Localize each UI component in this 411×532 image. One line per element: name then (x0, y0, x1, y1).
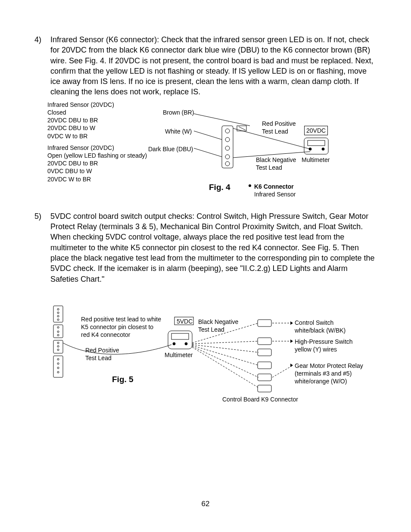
fig4-sensor-open-block: Infrared Sensor (20VDC) Open (yellow LED… (47, 144, 147, 183)
svg-line-7 (194, 131, 222, 140)
svg-point-25 (57, 319, 59, 320)
fig4-voltage-readout: 20VDC (304, 126, 328, 135)
svg-point-4 (225, 155, 230, 159)
svg-point-38 (185, 342, 187, 345)
figure-4: Infrared Sensor (20VDC) Closed 20VDC DBU… (34, 101, 377, 200)
svg-line-16 (239, 127, 246, 130)
fig4-red-lead: Red Positive Test Lead (262, 120, 296, 135)
svg-rect-52 (258, 385, 271, 392)
fig4-sensor-closed-block: Infrared Sensor (20VDC) Closed 20VDC DBU… (47, 101, 114, 140)
svg-rect-47 (258, 320, 271, 327)
svg-rect-21 (53, 356, 63, 377)
step-5-number: 5) (34, 211, 48, 221)
svg-point-17 (249, 184, 251, 187)
svg-marker-58 (290, 364, 293, 367)
fig4-wire-white: White (W) (165, 128, 192, 135)
svg-point-12 (309, 148, 311, 150)
svg-point-26 (57, 327, 59, 328)
svg-line-8 (194, 148, 222, 157)
svg-point-1 (225, 129, 230, 133)
fig4-label: Fig. 4 (209, 183, 230, 192)
svg-line-42 (192, 341, 258, 344)
svg-point-13 (322, 148, 324, 150)
step-5: 5) 5VDC control board switch output chec… (34, 211, 377, 284)
svg-point-2 (225, 137, 230, 142)
svg-point-32 (57, 358, 59, 360)
svg-marker-57 (290, 339, 293, 343)
step-4-number: 4) (34, 34, 48, 45)
svg-line-45 (192, 346, 258, 377)
figure-5: Red positive test lead to white K5 conne… (34, 302, 377, 414)
svg-line-46 (192, 347, 258, 388)
fig4-k6-connector: K6 Connector Infrared Sensor (254, 183, 296, 198)
svg-line-55 (272, 365, 293, 377)
fig5-label: Fig. 5 (112, 375, 134, 384)
svg-point-29 (57, 342, 59, 344)
svg-rect-50 (258, 362, 271, 369)
fig4-wire-dbu: Dark Blue (DBU) (148, 145, 193, 153)
fig5-red-lead-note: Red positive test lead to white K5 conne… (81, 315, 161, 339)
fig4-multimeter-label: Multimeter (302, 156, 330, 164)
svg-point-22 (57, 308, 59, 310)
svg-marker-56 (290, 321, 293, 325)
svg-rect-14 (308, 140, 325, 146)
svg-rect-39 (171, 333, 189, 339)
step-4-text: Infrared Sensor (K6 connector): Check th… (50, 34, 375, 97)
svg-point-3 (225, 146, 230, 150)
svg-point-5 (225, 162, 230, 166)
svg-point-31 (57, 349, 59, 351)
fig5-gear-motor-relay: Gear Motor Protect Relay (terminals #3 a… (295, 362, 363, 386)
svg-line-6 (194, 114, 250, 126)
fig5-red-lead: Red Positive Test Lead (85, 346, 119, 362)
page-number: 62 (0, 500, 411, 508)
svg-point-35 (57, 371, 59, 373)
fig5-multimeter-label: Multimeter (165, 351, 193, 359)
svg-point-34 (57, 367, 59, 369)
svg-point-37 (173, 342, 175, 345)
svg-point-24 (57, 315, 59, 317)
svg-rect-48 (258, 338, 271, 345)
svg-point-33 (57, 363, 59, 364)
svg-rect-49 (258, 349, 271, 356)
svg-point-23 (57, 312, 59, 314)
fig5-black-lead: Black Negative Test Lead (198, 318, 238, 333)
step-4: 4) Infrared Sensor (K6 connector): Check… (34, 34, 377, 97)
fig5-control-switch: Control Switch white/black (W/BK) (295, 319, 346, 334)
fig4-black-lead: Black Negative Test Lead (256, 156, 296, 171)
svg-point-28 (57, 334, 59, 336)
fig5-voltage-readout: 5VDC (177, 317, 193, 325)
fig5-high-pressure-switch: High-Pressure Switch yellow (Y) wires (295, 338, 353, 353)
svg-rect-51 (258, 374, 271, 381)
fig5-k9-caption: Control Board K9 Connector (222, 395, 298, 403)
svg-point-27 (57, 331, 59, 333)
step-5-text: 5VDC control board switch output checks:… (50, 211, 375, 284)
fig4-wire-brown: Brown (BR) (163, 109, 194, 116)
svg-point-30 (57, 345, 59, 347)
